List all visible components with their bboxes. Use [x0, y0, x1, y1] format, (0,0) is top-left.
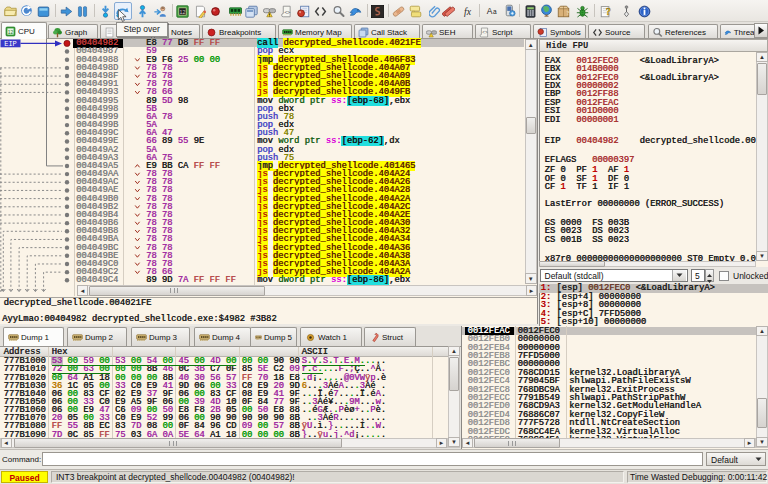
svg-text:fx: fx [464, 6, 472, 17]
svg-text:EIP: EIP [4, 40, 17, 48]
svg-text:12: 12 [8, 29, 14, 34]
svg-text:<>: <> [284, 8, 290, 14]
svg-text:A: A [487, 6, 493, 16]
svg-text:?: ? [566, 9, 569, 15]
svg-text:12: 12 [180, 8, 186, 14]
svg-text:?: ? [606, 6, 611, 17]
svg-text:<>: <> [482, 30, 488, 35]
svg-text:a: a [493, 8, 497, 15]
